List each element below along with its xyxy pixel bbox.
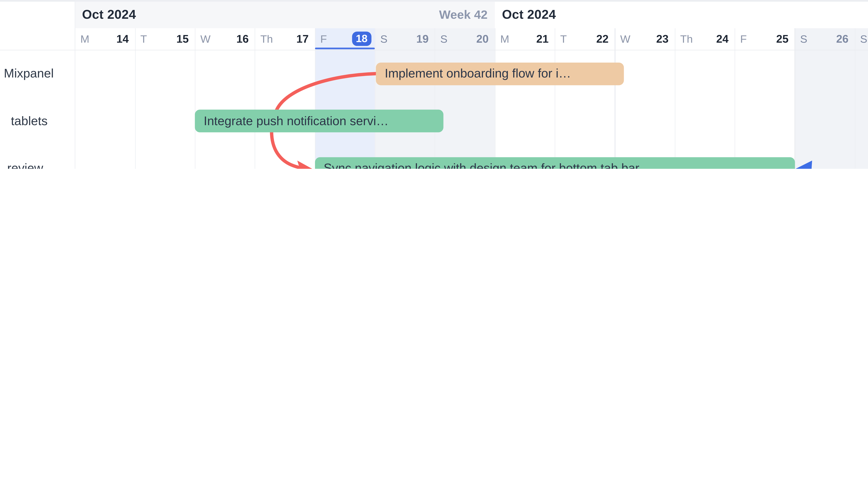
day-letter: T [135, 33, 147, 45]
task-name-label[interactable]: Mixpanel [0, 67, 54, 81]
day-letter: M [495, 33, 509, 45]
gantt-timeline-view: Oct 2024Week 42Oct 2024M14T15W16Th17F18S… [0, 0, 868, 169]
month-header-section: Oct 2024 [495, 1, 868, 28]
day-number: 24 [716, 33, 735, 45]
dependency-arrow-red-implement-to-sync-head [297, 160, 313, 169]
day-header-cell: T15 [135, 28, 195, 50]
day-letter: W [195, 33, 211, 45]
day-header-bottom-border [0, 50, 868, 50]
day-header-cell: S19 [375, 28, 435, 50]
day-header-cell: M21 [495, 28, 555, 50]
day-number: 21 [536, 33, 555, 45]
day-number: 16 [236, 33, 255, 45]
task-name-label[interactable]: review [0, 161, 43, 169]
task-bar[interactable]: Implement onboarding flow for i… [376, 63, 624, 85]
day-number: 25 [776, 33, 795, 45]
day-number: 23 [656, 33, 675, 45]
day-number: 26 [836, 33, 855, 45]
task-bar[interactable]: Integrate push notification servi… [195, 110, 443, 133]
day-number: 22 [596, 33, 615, 45]
day-letter: M [75, 33, 89, 45]
day-header-cell: S27 [855, 28, 868, 50]
task-name-label[interactable]: tablets [0, 114, 48, 128]
day-letter: Th [255, 33, 273, 45]
month-label: Oct 2024 [502, 7, 556, 22]
week-number-label: Week 42 [439, 8, 488, 22]
day-number: 19 [416, 33, 435, 45]
today-column-underline [315, 48, 375, 50]
day-header-cell: T22 [555, 28, 615, 50]
day-letter: S [855, 33, 867, 45]
month-header-section: Oct 2024Week 42 [75, 1, 495, 28]
day-header-cell: W16 [195, 28, 255, 50]
day-header-cell: F18 [315, 28, 375, 50]
day-letter: W [615, 33, 630, 45]
day-letter: S [375, 33, 388, 45]
day-letter: Th [675, 33, 693, 45]
day-header-cell: F25 [735, 28, 795, 50]
today-date-pill: 18 [352, 32, 371, 46]
day-number: 20 [476, 33, 495, 45]
day-header-cell: M14 [75, 28, 135, 50]
day-letter: S [795, 33, 807, 45]
month-label: Oct 2024 [82, 7, 136, 22]
task-bar[interactable]: Sync navigation logic with design team f… [315, 157, 795, 169]
label-column-border [75, 1, 75, 169]
day-number: 17 [297, 33, 315, 45]
day-header-cell: S26 [795, 28, 855, 50]
day-letter: F [735, 33, 747, 45]
day-header-cell: Th17 [255, 28, 315, 50]
day-number: 15 [177, 33, 195, 45]
header-top-hairline [0, 0, 868, 1]
day-letter: T [555, 33, 567, 45]
day-header-cell: W23 [615, 28, 675, 50]
day-header-cell: S20 [435, 28, 495, 50]
day-number: 14 [116, 33, 135, 45]
day-letter: S [435, 33, 447, 45]
day-letter: F [315, 33, 327, 45]
day-header-cell: Th24 [675, 28, 735, 50]
